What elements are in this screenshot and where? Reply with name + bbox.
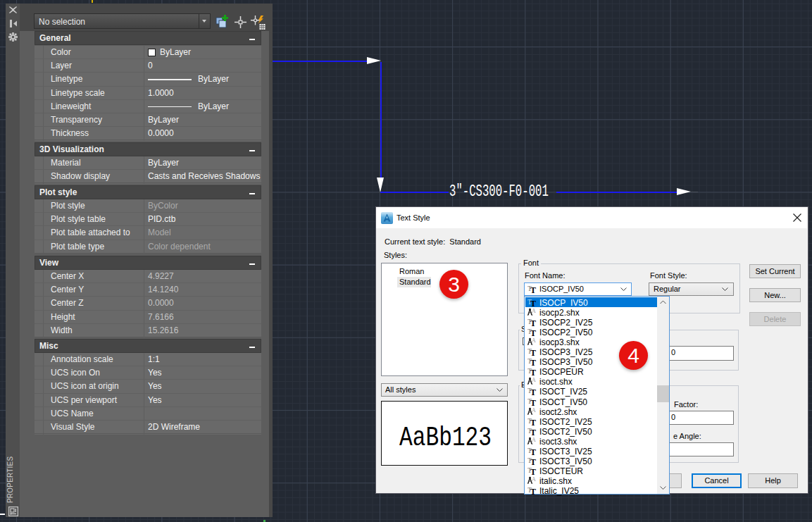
svg-text:T: T bbox=[530, 358, 536, 366]
svg-text:T: T bbox=[530, 348, 536, 356]
svg-text:T: T bbox=[530, 299, 536, 306]
svg-text:A: A bbox=[532, 407, 536, 414]
svg-text:T: T bbox=[530, 318, 536, 326]
svg-text:T: T bbox=[530, 447, 536, 455]
svg-text:T: T bbox=[530, 457, 536, 465]
svg-text:T: T bbox=[530, 368, 536, 375]
svg-text:T: T bbox=[530, 428, 536, 435]
svg-text:T: T bbox=[530, 387, 536, 395]
svg-text:A: A bbox=[532, 437, 536, 443]
svg-text:A: A bbox=[532, 337, 536, 344]
svg-text:T: T bbox=[530, 487, 536, 495]
svg-text:A: A bbox=[532, 377, 536, 383]
svg-text:T: T bbox=[530, 418, 536, 425]
svg-text:A: A bbox=[532, 476, 536, 483]
svg-text:T: T bbox=[530, 328, 536, 336]
svg-text:A: A bbox=[532, 308, 536, 314]
svg-text:T: T bbox=[530, 467, 536, 475]
svg-text:T: T bbox=[530, 398, 536, 406]
svg-text:T: T bbox=[530, 285, 536, 293]
